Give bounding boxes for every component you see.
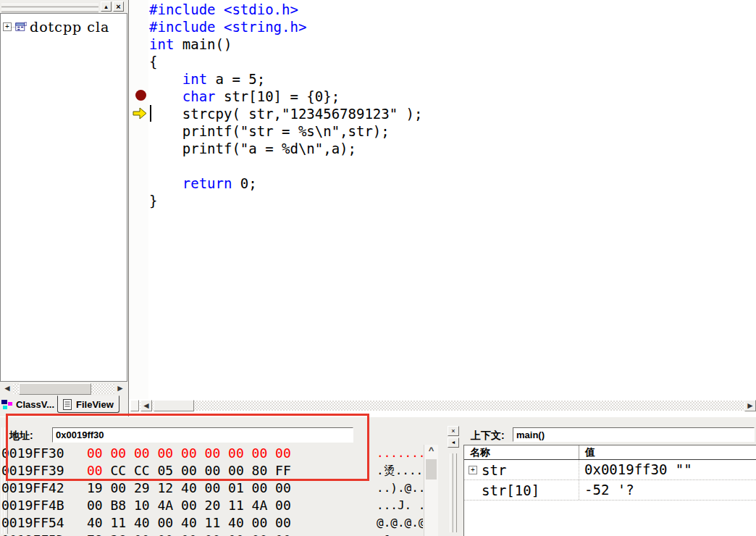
memory-row: 0019FF3000 00 00 00 00 00 00 00 00......… — [0, 445, 423, 462]
code-line: #include <string.h> — [149, 18, 756, 35]
code-line: strcpy( str,"123456789123" ); — [149, 105, 756, 122]
memory-ascii: @.@.@.@.. — [304, 514, 423, 532]
scroll-left-icon[interactable]: ◄ — [140, 400, 152, 411]
memory-vscrollbar: ^ — [424, 445, 438, 536]
tree-expand-icon[interactable]: + — [3, 22, 12, 31]
code-line: } — [149, 192, 756, 209]
code-lines[interactable]: #include <stdio.h>#include <string.h>int… — [149, 1, 756, 209]
tab-fileview[interactable]: FileView — [57, 395, 119, 413]
memory-bytes: 78 26 00 00 00 00 00 00 00 — [87, 532, 304, 536]
code-line: return 0; — [149, 175, 756, 192]
memory-row: 0019FF4219 00 29 12 40 00 01 00 00..).@.… — [0, 480, 423, 497]
close-panel-icon[interactable]: × — [113, 1, 124, 12]
memory-ascii: x&....... — [304, 532, 423, 536]
variables-window: 上下文: 名称 值 +str0x0019ff30 ""str[10]-52 '? — [463, 424, 756, 536]
variable-name: str[10] — [464, 481, 539, 500]
context-label: 上下文: — [471, 430, 505, 443]
variable-value: 0x0019ff30 "" — [579, 460, 756, 480]
scroll-up-icon[interactable]: ^ — [424, 445, 438, 457]
workspace-tree: + dotcpp cla — [0, 13, 127, 382]
memory-ascii: ...J. .J. — [304, 497, 423, 514]
memory-hex-dump[interactable]: 0019FF3000 00 00 00 00 00 00 00 00......… — [0, 445, 423, 536]
code-line: #include <stdio.h> — [149, 1, 756, 18]
memory-ascii: .烫...... — [304, 462, 423, 480]
memory-row: 0019FF4B00 B8 10 4A 00 20 11 4A 00...J. … — [0, 497, 423, 514]
code-line: printf("a = %d\n",a); — [149, 140, 756, 157]
memory-address: 0019FF39 — [0, 462, 87, 480]
workspace-hscrollbar: ◄ ► — [0, 382, 127, 395]
variable-row[interactable]: +str0x0019ff30 "" — [464, 460, 756, 480]
memory-bytes: 19 00 29 12 40 00 01 00 00 — [87, 480, 304, 497]
dock-minibar: × ◄ — [448, 426, 461, 535]
memory-bytes: 00 B8 10 4A 00 20 11 4A 00 — [87, 497, 304, 514]
code-editor: #include <stdio.h>#include <string.h>int… — [128, 0, 756, 416]
memory-bytes: 40 11 40 00 40 11 40 00 00 — [87, 514, 304, 532]
editor-gutter[interactable] — [129, 0, 148, 399]
vc6-debug-window: ▴ × + dotcpp cla ◄ ► — [0, 0, 756, 536]
code-line: char str[10] = {0}; — [149, 88, 756, 105]
code-line: printf("str = %s\n",str); — [149, 122, 756, 140]
workspace-root-label: dotcpp cla — [30, 19, 109, 35]
breakpoint-icon[interactable] — [135, 90, 146, 101]
address-label: 地址: — [9, 430, 33, 443]
fileview-icon — [62, 399, 73, 410]
collapse-pane-icon[interactable]: ◄ — [448, 437, 459, 448]
variable-row[interactable]: str[10]-52 '? — [464, 480, 756, 501]
memory-address: 0019FF54 — [0, 514, 87, 532]
tab-classview[interactable]: ClassV... — [0, 396, 57, 412]
memory-address: 0019FF5D — [0, 532, 87, 536]
table-header: 名称 值 — [464, 445, 756, 460]
memory-row: 0019FF3900 CC CC 05 00 00 00 80 FF.烫....… — [0, 462, 423, 480]
workspace-tabs: ClassV... FileView — [0, 396, 128, 416]
memory-row: 0019FF5440 11 40 00 40 11 40 00 00@.@.@.… — [0, 514, 423, 532]
memory-bytes: 00 CC CC 05 00 00 00 80 FF — [87, 462, 304, 480]
code-line: int main() — [149, 35, 756, 53]
tree-root-item[interactable]: + dotcpp cla — [1, 19, 127, 35]
scrollbar-thumb[interactable] — [154, 400, 194, 411]
memory-address: 0019FF4B — [0, 497, 87, 514]
name-column-header[interactable]: 名称 — [464, 445, 579, 459]
memory-address: 0019FF42 — [0, 480, 87, 497]
current-statement-arrow-icon — [133, 107, 147, 120]
context-combo[interactable] — [513, 427, 755, 442]
variable-name: str — [482, 461, 506, 480]
splitter-box[interactable] — [130, 400, 139, 411]
memory-window: 地址: 0019FF3000 00 00 00 00 00 00 00 00..… — [0, 424, 439, 536]
scroll-right-icon[interactable]: ► — [114, 383, 126, 395]
tab-label: ClassV... — [16, 399, 54, 410]
scrollbar-track[interactable] — [140, 401, 756, 411]
code-line — [149, 157, 756, 175]
workspace-gripper[interactable] — [1, 2, 98, 11]
expand-icon[interactable]: + — [469, 466, 477, 474]
value-column-header[interactable]: 值 — [579, 445, 756, 459]
variable-value: -52 '? — [579, 480, 756, 500]
variable-name-cell: str[10] — [464, 480, 579, 500]
float-panel-button[interactable]: ▴ — [101, 1, 112, 12]
memory-row: 0019FF5D78 26 00 00 00 00 00 00 00x&....… — [0, 532, 423, 536]
scroll-right-icon[interactable]: ► — [744, 400, 756, 411]
scrollbar-thumb[interactable] — [19, 383, 91, 395]
variables-table: 名称 值 +str0x0019ff30 ""str[10]-52 '? — [463, 445, 756, 536]
memory-bytes: 00 00 00 00 00 00 00 00 00 — [87, 445, 304, 462]
memory-ascii: ......... — [304, 445, 423, 462]
close-pane-icon[interactable]: × — [448, 426, 459, 436]
scrollbar-thumb[interactable] — [426, 459, 437, 480]
bottom-dock-area: 地址: 0019FF3000 00 00 00 00 00 00 00 00..… — [0, 416, 756, 536]
address-input[interactable] — [52, 427, 353, 443]
code-line: int a = 5; — [149, 70, 756, 88]
workspace-panel: ▴ × + dotcpp cla ◄ ► — [0, 0, 128, 416]
variable-name-cell: +str — [464, 460, 579, 480]
memory-address: 0019FF30 — [0, 445, 87, 462]
memory-ascii: ..).@.... — [304, 480, 423, 497]
editor-hscrollbar: ◄ ► — [130, 400, 756, 411]
classview-icon — [1, 399, 13, 410]
variables-rows: +str0x0019ff30 ""str[10]-52 '? — [464, 460, 756, 501]
code-line: { — [149, 53, 756, 70]
workspace-icon — [15, 22, 27, 33]
scroll-left-icon[interactable]: ◄ — [1, 383, 13, 395]
pane-gripper[interactable] — [450, 453, 456, 532]
tab-label: FileView — [76, 399, 114, 410]
